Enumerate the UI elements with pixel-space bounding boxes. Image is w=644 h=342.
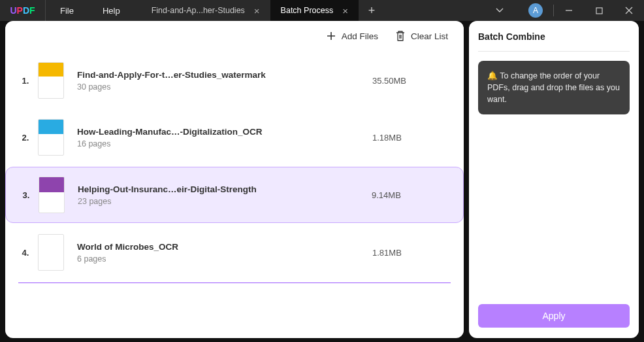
file-index: 4. bbox=[13, 248, 38, 258]
file-info: How-Leading-Manufac…-Digitalization_OCR … bbox=[77, 127, 372, 148]
file-pages: 30 pages bbox=[77, 82, 372, 92]
new-tab-button[interactable]: + bbox=[359, 0, 385, 21]
bell-icon: 🔔 bbox=[487, 71, 498, 80]
minimize-icon bbox=[565, 7, 573, 14]
file-pages: 16 pages bbox=[77, 139, 372, 148]
menu-file[interactable]: File bbox=[46, 0, 88, 21]
close-icon[interactable]: × bbox=[254, 5, 260, 16]
maximize-button[interactable] bbox=[584, 0, 614, 21]
toolbar: Add Files Clear List bbox=[5, 21, 464, 47]
file-size: 1.81MB bbox=[372, 248, 451, 258]
content-panel: Add Files Clear List 1. Find-and-Apply-F… bbox=[5, 21, 464, 338]
file-list: 1. Find-and-Apply-For-t…er-Studies_water… bbox=[5, 47, 464, 338]
file-size: 35.50MB bbox=[372, 76, 451, 86]
dropdown-button[interactable] bbox=[481, 8, 518, 13]
file-thumbnail bbox=[38, 234, 64, 271]
titlebar: UPDF File Help Find-and-Ap...her-Studies… bbox=[0, 0, 644, 21]
file-thumbnail bbox=[39, 177, 65, 213]
file-index: 3. bbox=[14, 190, 39, 200]
apply-button[interactable]: Apply bbox=[478, 304, 630, 328]
tab-label: Batch Process bbox=[281, 6, 334, 15]
file-row[interactable]: 3. Helping-Out-Insuranc…eir-Digital-Stre… bbox=[5, 167, 464, 223]
tab-document[interactable]: Find-and-Ap...her-Studies × bbox=[141, 0, 270, 21]
divider bbox=[18, 282, 451, 283]
chevron-down-icon bbox=[496, 8, 504, 13]
close-icon[interactable]: × bbox=[342, 5, 348, 16]
file-name: Helping-Out-Insuranc…eir-Digital-Strengt… bbox=[78, 184, 372, 194]
app-logo: UPDF bbox=[0, 0, 46, 21]
file-row[interactable]: 4. World of Microbes_OCR 6 pages 1.81MB bbox=[5, 225, 464, 280]
file-info: Find-and-Apply-For-t…er-Studies_watermar… bbox=[77, 70, 372, 92]
menu-help[interactable]: Help bbox=[88, 0, 135, 21]
file-thumbnail bbox=[38, 119, 64, 156]
plus-icon bbox=[326, 31, 336, 41]
file-row[interactable]: 2. How-Leading-Manufac…-Digitalization_O… bbox=[5, 110, 464, 165]
tab-batch-process[interactable]: Batch Process × bbox=[270, 0, 359, 21]
file-row[interactable]: 1. Find-and-Apply-For-t…er-Studies_water… bbox=[5, 53, 464, 108]
trash-icon bbox=[395, 30, 406, 42]
close-icon bbox=[625, 7, 633, 14]
maximize-icon bbox=[596, 7, 603, 14]
info-box: 🔔 To change the order of your PDFs, drag… bbox=[478, 61, 630, 114]
tab-label: Find-and-Ap...her-Studies bbox=[152, 6, 245, 15]
file-name: World of Microbes_OCR bbox=[77, 242, 372, 252]
avatar[interactable]: A bbox=[528, 3, 543, 18]
file-pages: 6 pages bbox=[77, 254, 372, 264]
add-files-button[interactable]: Add Files bbox=[326, 31, 378, 41]
file-name: How-Leading-Manufac…-Digitalization_OCR bbox=[77, 127, 372, 137]
file-size: 9.14MB bbox=[372, 190, 450, 200]
side-panel: Batch Combine 🔔 To change the order of y… bbox=[469, 21, 639, 338]
file-size: 1.18MB bbox=[372, 133, 451, 143]
file-info: World of Microbes_OCR 6 pages bbox=[77, 242, 372, 264]
side-panel-title: Batch Combine bbox=[478, 31, 630, 52]
spacer bbox=[478, 114, 630, 304]
main-area: Add Files Clear List 1. Find-and-Apply-F… bbox=[0, 21, 644, 342]
file-index: 2. bbox=[13, 133, 38, 143]
info-text: To change the order of your PDFs, drag a… bbox=[487, 71, 620, 104]
file-thumbnail bbox=[38, 62, 64, 99]
file-pages: 23 pages bbox=[78, 197, 372, 206]
file-info: Helping-Out-Insuranc…eir-Digital-Strengt… bbox=[78, 184, 372, 206]
svg-rect-1 bbox=[596, 8, 602, 14]
minimize-button[interactable] bbox=[554, 0, 584, 21]
file-name: Find-and-Apply-For-t…er-Studies_watermar… bbox=[77, 70, 372, 80]
clear-list-button[interactable]: Clear List bbox=[395, 30, 448, 42]
close-button[interactable] bbox=[614, 0, 644, 21]
file-index: 1. bbox=[13, 76, 38, 86]
